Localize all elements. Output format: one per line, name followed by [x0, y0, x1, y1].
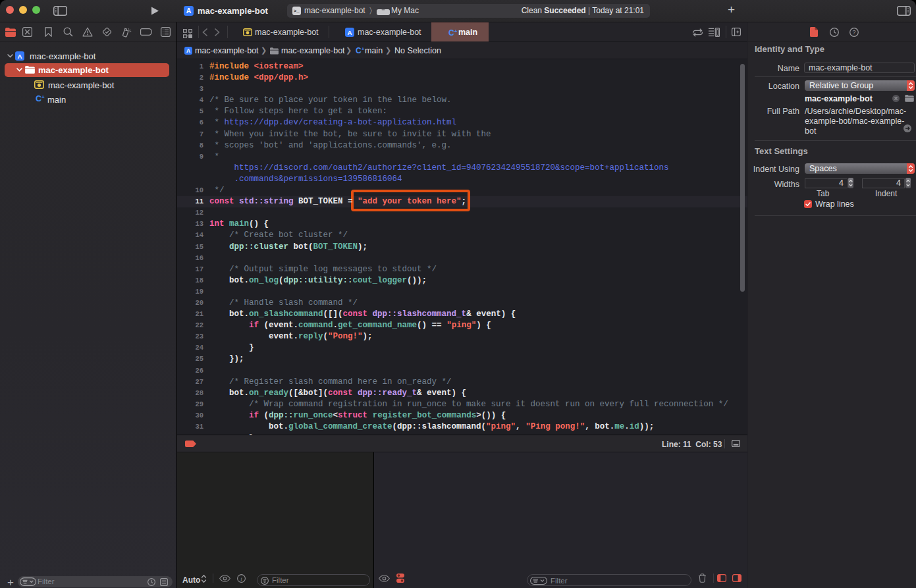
svg-text:i: i: [240, 575, 242, 582]
svg-text:A: A: [17, 53, 22, 60]
svg-text:?: ?: [852, 29, 855, 36]
svg-text:>_: >_: [294, 9, 300, 14]
svg-text:A: A: [347, 29, 352, 36]
svg-text:A: A: [186, 7, 192, 14]
svg-text:A: A: [186, 47, 190, 54]
